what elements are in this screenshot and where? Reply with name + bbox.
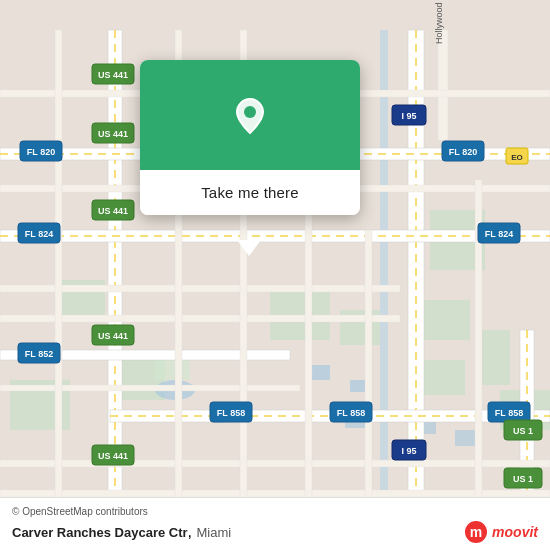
place-info: Carver Ranches Daycare Ctr, Miami bbox=[12, 523, 231, 541]
svg-rect-38 bbox=[0, 385, 300, 391]
moovit-logo: m moovit bbox=[464, 520, 538, 544]
moovit-m-icon: m bbox=[464, 520, 488, 544]
popup-tail bbox=[237, 240, 261, 256]
svg-text:EO: EO bbox=[511, 153, 523, 162]
svg-point-85 bbox=[244, 106, 256, 118]
svg-text:US 441: US 441 bbox=[98, 129, 128, 139]
svg-text:US 1: US 1 bbox=[513, 426, 533, 436]
svg-text:I 95: I 95 bbox=[401, 446, 416, 456]
map-container: US 441 US 441 US 441 US 441 US 441 FL 82… bbox=[0, 0, 550, 550]
svg-rect-4 bbox=[420, 300, 470, 340]
svg-rect-41 bbox=[55, 30, 62, 520]
osm-attribution: © OpenStreetMap contributors bbox=[12, 506, 538, 517]
svg-text:FL 820: FL 820 bbox=[27, 147, 55, 157]
svg-text:US 441: US 441 bbox=[98, 331, 128, 341]
moovit-text: moovit bbox=[492, 524, 538, 540]
svg-rect-15 bbox=[310, 365, 330, 380]
svg-text:FL 858: FL 858 bbox=[495, 408, 523, 418]
svg-rect-19 bbox=[455, 430, 477, 446]
svg-text:FL 858: FL 858 bbox=[217, 408, 245, 418]
popup-header bbox=[140, 60, 360, 170]
popup-card: Take me there bbox=[140, 60, 360, 215]
svg-rect-5 bbox=[420, 360, 465, 395]
svg-rect-6 bbox=[480, 330, 510, 385]
svg-text:US 441: US 441 bbox=[98, 451, 128, 461]
svg-text:US 441: US 441 bbox=[98, 206, 128, 216]
svg-rect-39 bbox=[0, 460, 550, 467]
svg-text:FL 858: FL 858 bbox=[337, 408, 365, 418]
svg-rect-45 bbox=[365, 230, 372, 520]
svg-text:US 1: US 1 bbox=[513, 474, 533, 484]
svg-text:FL 824: FL 824 bbox=[485, 229, 513, 239]
svg-rect-40 bbox=[0, 490, 550, 497]
svg-text:US 441: US 441 bbox=[98, 70, 128, 80]
svg-text:FL 852: FL 852 bbox=[25, 349, 53, 359]
place-city: Miami bbox=[197, 525, 232, 540]
take-me-there-button[interactable]: Take me there bbox=[140, 170, 360, 215]
place-name: Carver Ranches Daycare Ctr bbox=[12, 525, 188, 540]
location-pin-icon bbox=[228, 93, 272, 137]
svg-rect-0 bbox=[380, 30, 388, 520]
svg-text:FL 820: FL 820 bbox=[449, 147, 477, 157]
svg-text:m: m bbox=[470, 524, 482, 540]
svg-rect-24 bbox=[438, 30, 448, 140]
svg-rect-16 bbox=[350, 380, 365, 392]
svg-text:FL 824: FL 824 bbox=[25, 229, 53, 239]
svg-text:Hollywood: Hollywood bbox=[434, 2, 444, 44]
bottom-info-row: Carver Ranches Daycare Ctr, Miami m moov… bbox=[12, 520, 538, 544]
bottom-bar: © OpenStreetMap contributors Carver Ranc… bbox=[0, 497, 550, 550]
svg-text:I 95: I 95 bbox=[401, 111, 416, 121]
